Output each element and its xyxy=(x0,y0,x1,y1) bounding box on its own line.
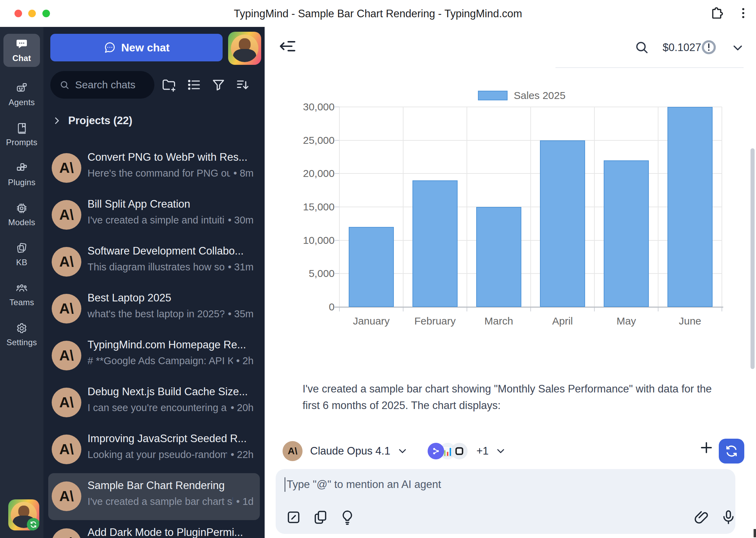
rail-item-models[interactable]: Models xyxy=(3,195,40,235)
models-icon xyxy=(16,202,28,215)
search-conversation-icon[interactable] xyxy=(634,40,649,55)
projects-header[interactable]: Projects (22) xyxy=(52,114,132,127)
typingmind-window: TypingMind - Sample Bar Chart Rendering … xyxy=(0,0,756,538)
anthropic-avatar: A\ xyxy=(52,247,81,277)
chat-title: Convert PNG to WebP with Res... xyxy=(88,151,254,163)
chat-title: Bill Split App Creation xyxy=(88,198,254,210)
browser-menu-icon[interactable] xyxy=(735,5,751,21)
chat-list-item[interactable]: A\ Best Laptop 2025 what's the best lapt… xyxy=(48,286,260,332)
chat-list-item[interactable]: A\ TypingMind.com Homepage Re... # **Goo… xyxy=(48,332,260,379)
chat-timestamp: • 30m xyxy=(228,215,254,226)
usage-cost[interactable]: $0.1027 xyxy=(663,41,701,54)
anthropic-avatar: A\ xyxy=(52,294,81,323)
window-title: TypingMind - Sample Bar Chart Rendering … xyxy=(0,8,756,20)
bar-february xyxy=(412,180,458,307)
gridline-horizontal xyxy=(339,207,722,207)
chat-title: Add Dark Mode to PluginPermi... xyxy=(88,526,254,538)
account-avatar[interactable] xyxy=(8,499,39,530)
rail-item-teams[interactable]: Teams xyxy=(3,275,40,315)
chat-snippet: I've created a simple and intuitive bi..… xyxy=(88,215,224,226)
titlebar: TypingMind - Sample Bar Chart Rendering … xyxy=(0,0,756,27)
sort-icon[interactable] xyxy=(235,77,250,92)
filter-icon[interactable] xyxy=(211,77,226,92)
chat-list-item[interactable]: A\ Software Development Collabo... This … xyxy=(48,239,260,286)
anthropic-avatar: A\ xyxy=(52,388,81,417)
x-category-label: March xyxy=(467,315,531,327)
chat-list-item[interactable]: A\ Improving JavaScript Seeded R... Look… xyxy=(48,426,260,473)
chat-timestamp: • 2h xyxy=(236,355,254,367)
add-attachment-button[interactable] xyxy=(698,439,715,456)
chat-list-item[interactable]: A\ Debug Next.js Build Cache Size... I c… xyxy=(48,379,260,426)
prompts-icon xyxy=(16,122,28,134)
anthropic-model-avatar: A\ xyxy=(283,441,303,461)
chevron-down-icon[interactable] xyxy=(731,41,745,55)
microphone-icon[interactable] xyxy=(720,509,737,526)
gridline-horizontal xyxy=(339,140,722,141)
chat-snippet: Here's the command for PNG output ... xyxy=(88,168,230,179)
chat-list-item[interactable]: A\ Sample Bar Chart Rendering I've creat… xyxy=(48,473,260,520)
y-tick-label: 15,000 xyxy=(283,201,335,213)
chat-sidebar: New chat xyxy=(43,27,265,538)
new-chat-label: New chat xyxy=(121,41,170,54)
anthropic-avatar: A\ xyxy=(52,528,81,538)
square-plugin-icon xyxy=(451,443,468,459)
rail-item-agents[interactable]: Agents xyxy=(3,74,40,114)
chat-list-item[interactable]: A\ Add Dark Mode to PluginPermi... xyxy=(48,520,260,538)
manage-chats-icon[interactable] xyxy=(186,77,201,92)
user-avatar[interactable] xyxy=(228,32,261,65)
new-folder-icon[interactable] xyxy=(161,77,176,92)
chat-timestamp: • 35m xyxy=(228,308,254,320)
y-tick-label: 0 xyxy=(283,301,335,313)
chat-list-item[interactable]: A\ Bill Split App Creation I've created … xyxy=(48,192,260,239)
active-plugins[interactable]: 📊 xyxy=(428,442,470,460)
rail-item-plugins[interactable]: Plugins xyxy=(3,155,40,195)
chat-title: Software Development Collabo... xyxy=(88,245,254,257)
cost-info-icon[interactable] xyxy=(701,39,717,55)
legend-swatch xyxy=(478,91,508,100)
rail-item-prompts[interactable]: Prompts xyxy=(3,114,40,155)
chat-list-item[interactable]: A\ Convert PNG to WebP with Res... Here'… xyxy=(48,145,260,192)
search-chats-box[interactable] xyxy=(50,71,154,99)
chat-title: Best Laptop 2025 xyxy=(88,292,254,304)
anthropic-avatar: A\ xyxy=(52,481,81,511)
y-tick-label: 10,000 xyxy=(283,235,335,246)
model-selector[interactable]: Claude Opus 4.1 xyxy=(310,445,390,457)
chevron-right-icon xyxy=(52,116,62,126)
rail-item-label: KB xyxy=(16,258,27,267)
scrollbar-thumb[interactable] xyxy=(750,148,755,369)
y-axis-tick xyxy=(335,140,339,141)
anthropic-avatar: A\ xyxy=(52,153,81,183)
chat-snippet: I can see you're encountering a Next... xyxy=(88,402,227,414)
text-caret xyxy=(285,477,285,492)
anthropic-avatar: A\ xyxy=(52,435,81,464)
model-chevron-down-icon[interactable] xyxy=(397,445,408,457)
lightbulb-icon[interactable] xyxy=(339,509,356,526)
y-tick-label: 20,000 xyxy=(283,168,335,179)
plugins-more-count[interactable]: +1 xyxy=(477,445,489,457)
bar-march xyxy=(476,207,521,307)
collapse-sidebar-icon[interactable] xyxy=(278,37,297,56)
rail-item-chat[interactable]: Chat xyxy=(3,34,40,67)
rail-item-settings[interactable]: Settings xyxy=(3,315,40,355)
nav-rail: Chat Agents Prompts Plugins Models KB Te… xyxy=(0,27,43,538)
bar-june xyxy=(667,107,713,307)
bar-may xyxy=(604,160,649,307)
edit-square-icon[interactable] xyxy=(285,509,302,526)
bar-january xyxy=(349,227,394,307)
chat-title: Improving JavaScript Seeded R... xyxy=(88,432,254,445)
paperclip-icon[interactable] xyxy=(693,509,710,526)
chat-snippet: Looking at your pseudo-random nu... xyxy=(88,449,227,460)
pages-icon[interactable] xyxy=(312,509,329,526)
rail-item-kb[interactable]: KB xyxy=(3,235,40,275)
chat-content: $0.1027 Sales 2025 05,00010,00015,00020,… xyxy=(265,27,756,538)
new-chat-button[interactable]: New chat xyxy=(50,34,223,61)
anthropic-avatar: A\ xyxy=(52,341,81,370)
extensions-icon[interactable] xyxy=(709,5,725,21)
x-category-label: February xyxy=(403,315,467,327)
plugins-chevron-down-icon[interactable] xyxy=(495,445,507,457)
chart-legend-item[interactable]: Sales 2025 xyxy=(478,90,565,101)
share-plugin-icon xyxy=(428,443,444,459)
chat-tools-row xyxy=(43,71,265,99)
search-chats-input[interactable] xyxy=(74,79,152,91)
regenerate-button[interactable] xyxy=(719,439,744,464)
